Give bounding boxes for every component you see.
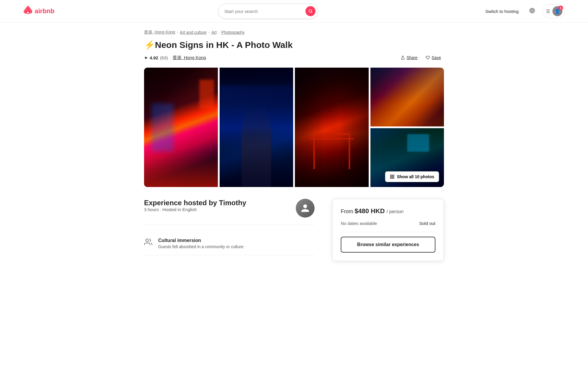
photo-grid: Show all 10 photos (144, 68, 444, 187)
notification-badge: 1 (558, 6, 563, 10)
sold-out-label: Sold out (419, 221, 435, 226)
search-input[interactable] (224, 9, 303, 14)
left-column: Experience hosted by Timothy 3 hours · H… (144, 199, 315, 261)
separator-dot: · (170, 55, 171, 60)
availability-row: No dates available Sold out (341, 217, 435, 226)
switch-to-hosting[interactable]: Switch to hosting (482, 6, 522, 16)
svg-rect-9 (393, 175, 394, 176)
show-all-photos-label: Show all 10 photos (397, 174, 434, 179)
photo-4[interactable] (295, 68, 369, 187)
from-label: From (341, 208, 353, 214)
svg-rect-8 (390, 175, 392, 176)
logo[interactable]: airbnb (24, 5, 54, 17)
content-layout: Experience hosted by Timothy 3 hours · H… (144, 199, 444, 261)
breadcrumb: 香港, Hong Kong › Art and culture › Art › … (144, 30, 444, 35)
language: Hosted in English (163, 207, 197, 212)
svg-rect-11 (393, 177, 394, 178)
save-label: Save (432, 55, 441, 60)
header-right: Switch to hosting ☰ 👤 1 (482, 4, 564, 18)
photo-2[interactable] (220, 68, 293, 187)
breadcrumb-sep-1: › (177, 30, 178, 34)
price-value: $480 HKD (355, 207, 385, 215)
host-section: Experience hosted by Timothy 3 hours · H… (144, 199, 315, 225)
breadcrumb-art-culture[interactable]: Art and culture (180, 30, 207, 35)
feature-text: Cultural immersion Guests felt absorbed … (158, 238, 244, 249)
host-info: Experience hosted by Timothy 3 hours · H… (144, 199, 246, 212)
rating-row: ★ 4.92 (63) · 香港, Hong Kong Share Save (144, 54, 444, 62)
feature-description: Guests felt absorbed in a community or c… (158, 244, 244, 249)
host-avatar (296, 199, 315, 218)
breadcrumb-art[interactable]: Art (211, 30, 217, 35)
cultural-immersion-icon (144, 238, 153, 248)
rating-value: 4.92 (150, 55, 158, 60)
right-column: From $480 HKD / person No dates availabl… (332, 199, 444, 261)
divider (341, 232, 435, 232)
price-amount: $480 HKD (355, 207, 387, 215)
svg-line-1 (311, 12, 312, 13)
user-menu[interactable]: ☰ 👤 1 (542, 4, 564, 18)
airbnb-logo-icon (24, 5, 32, 17)
header: airbnb Switch to hosting ☰ 👤 1 (0, 0, 588, 23)
host-name: Timothy (219, 199, 246, 207)
search-bar[interactable] (218, 4, 318, 19)
feature-item: Cultural immersion Guests felt absorbed … (144, 232, 315, 255)
share-label: Share (407, 55, 417, 60)
location-link[interactable]: 香港, Hong Kong (173, 55, 206, 61)
save-button[interactable]: Save (423, 54, 444, 62)
show-all-photos-button[interactable]: Show all 10 photos (385, 171, 439, 182)
hamburger-icon: ☰ (546, 9, 550, 14)
feature-title: Cultural immersion (158, 238, 244, 243)
breadcrumb-photography[interactable]: Photography (221, 30, 245, 35)
page-title: ⚡Neon Signs in HK - A Photo Walk (144, 40, 444, 50)
search-button[interactable] (305, 6, 315, 16)
host-details: 3 hours · Hosted in English (144, 207, 246, 212)
photo-3-top[interactable] (370, 68, 444, 126)
share-button[interactable]: Share (398, 54, 420, 62)
avatar-wrap: 👤 1 (552, 6, 562, 16)
breadcrumb-sep-3: › (218, 30, 220, 34)
review-count: (63) (160, 55, 168, 60)
logo-text: airbnb (35, 7, 54, 15)
breadcrumb-hongkong[interactable]: 香港, Hong Kong (144, 30, 175, 35)
per-person: / person (387, 209, 404, 214)
price-row: From $480 HKD / person (341, 207, 435, 215)
star-icon: ★ (144, 55, 148, 60)
booking-card: From $480 HKD / person No dates availabl… (332, 199, 444, 261)
svg-rect-10 (390, 177, 392, 178)
svg-point-12 (146, 239, 148, 242)
language-button[interactable] (527, 5, 537, 17)
hosted-by-title: Experience hosted by Timothy (144, 199, 246, 207)
action-buttons: Share Save (398, 54, 444, 62)
no-dates-label: No dates available (341, 221, 377, 226)
main-content: 香港, Hong Kong › Art and culture › Art › … (132, 23, 456, 279)
breadcrumb-sep-2: › (208, 30, 210, 34)
photo-1[interactable] (144, 68, 218, 187)
browse-similar-button[interactable]: Browse similar experiences (341, 237, 435, 253)
duration: 3 hours (144, 207, 159, 212)
